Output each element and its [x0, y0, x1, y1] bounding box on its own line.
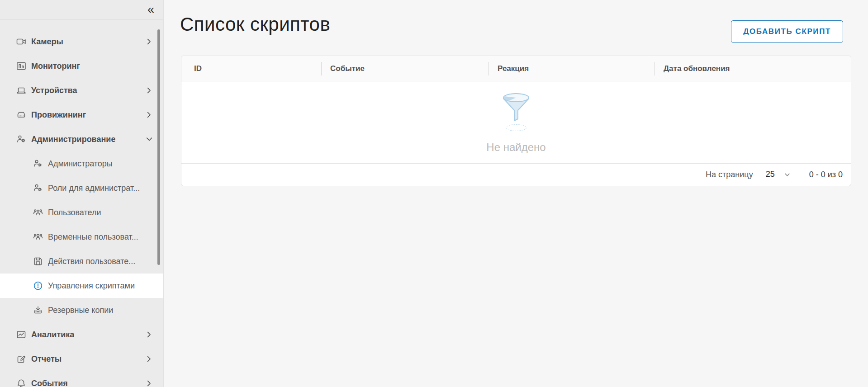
- sidebar-item-label: Управления скриптами: [48, 281, 135, 291]
- sidebar-item-users[interactable]: Пользователи: [0, 200, 163, 225]
- users-group-icon: [33, 208, 43, 217]
- analytics-icon: [16, 330, 26, 340]
- admin-gear-icon: [33, 159, 43, 169]
- users-group-icon: [33, 232, 43, 242]
- sidebar-item-admin-roles[interactable]: Роли для администрат...: [0, 176, 163, 200]
- chevron-right-icon: [145, 86, 153, 94]
- chevron-right-icon: [145, 330, 153, 339]
- sidebar-item-label: Администрирование: [31, 135, 115, 144]
- add-script-button[interactable]: ДОБАВИТЬ СКРИПТ: [731, 20, 843, 43]
- column-header-3: Дата обновления: [655, 56, 851, 81]
- chevron-down-icon: [783, 171, 791, 179]
- sidebar-item-reports[interactable]: Отчеты: [0, 347, 163, 371]
- sidebar-item-events[interactable]: События: [0, 371, 163, 387]
- page-title: Список скриптов: [180, 14, 330, 35]
- sidebar-item-label: Устройства: [31, 86, 77, 95]
- column-header-0: ID: [181, 56, 321, 81]
- alert-circle-icon: [33, 281, 43, 291]
- bell-icon: [16, 378, 26, 387]
- sidebar-item-label: Администраторы: [48, 159, 113, 169]
- main-content: Список скриптов ДОБАВИТЬ СКРИПТ IDСобыти…: [164, 0, 868, 387]
- devices-icon: [16, 85, 26, 95]
- reports-icon: [16, 354, 26, 364]
- sidebar-item-user-actions[interactable]: Действия пользовате...: [0, 249, 163, 274]
- sidebar-item-label: Камеры: [31, 37, 63, 47]
- sidebar-menu: КамерыМониторингУстройстваПровижинингАдм…: [0, 19, 163, 387]
- empty-state-text: Не найдено: [486, 141, 545, 154]
- sidebar-item-administration[interactable]: Администрирование: [0, 127, 163, 151]
- sidebar-item-label: События: [31, 379, 68, 387]
- collapse-sidebar-icon[interactable]: «: [147, 2, 154, 17]
- admin-gear-icon: [33, 183, 43, 193]
- monitoring-icon: [16, 61, 26, 71]
- chevron-right-icon: [145, 355, 153, 363]
- admin-gear-icon: [16, 134, 26, 144]
- sidebar-item-devices[interactable]: Устройства: [0, 78, 163, 103]
- chevron-down-icon: [145, 135, 153, 143]
- chevron-right-icon: [145, 379, 153, 387]
- funnel-icon: [502, 92, 530, 122]
- sidebar-item-analytics[interactable]: Аналитика: [0, 322, 163, 347]
- table-pagination-bar: На страницу 25 0 - 0 из 0: [181, 163, 851, 186]
- table-empty-state: Не найдено: [181, 81, 851, 163]
- sidebar-item-label: Действия пользовате...: [48, 257, 135, 266]
- sidebar-item-cameras[interactable]: Камеры: [0, 29, 163, 54]
- sidebar-item-script-management[interactable]: Управления скриптами: [0, 274, 163, 298]
- chevron-right-icon: [145, 38, 153, 46]
- sidebar-item-monitoring[interactable]: Мониторинг: [0, 54, 163, 78]
- sidebar-item-temp-users[interactable]: Временные пользоват...: [0, 225, 163, 249]
- column-header-1: Событие: [321, 56, 489, 81]
- sidebar-scrollbar-thumb[interactable]: [157, 29, 160, 265]
- scripts-table-card: IDСобытиеРеакцияДата обновления Не найде…: [181, 56, 851, 186]
- sidebar: « КамерыМониторингУстройстваПровижинингА…: [0, 0, 164, 387]
- sidebar-item-label: Временные пользоват...: [48, 232, 138, 242]
- sidebar-item-label: Роли для администрат...: [48, 184, 140, 193]
- save-icon: [33, 256, 43, 266]
- pagination-range-label: 0 - 0 из 0: [809, 170, 843, 179]
- sidebar-item-administrators[interactable]: Администраторы: [0, 151, 163, 176]
- sidebar-item-label: Аналитика: [31, 330, 74, 340]
- sidebar-item-label: Резервные копии: [48, 306, 113, 315]
- sidebar-item-label: Пользователи: [48, 208, 101, 217]
- per-page-label: На страницу: [706, 170, 753, 179]
- sidebar-item-backups[interactable]: Резервные копии: [0, 298, 163, 322]
- chevron-right-icon: [145, 111, 153, 119]
- sidebar-topbar: «: [0, 0, 163, 19]
- sidebar-item-label: Мониторинг: [31, 61, 80, 71]
- per-page-value: 25: [766, 170, 775, 179]
- per-page-select[interactable]: 25: [760, 168, 792, 182]
- provisioning-icon: [16, 110, 26, 120]
- camera-icon: [16, 37, 26, 47]
- sidebar-item-provisioning[interactable]: Провижининг: [0, 103, 163, 127]
- column-header-2: Реакция: [489, 56, 655, 81]
- sidebar-item-label: Отчеты: [31, 354, 62, 364]
- funnel-shadow-ellipse: [506, 124, 526, 131]
- table-header-row: IDСобытиеРеакцияДата обновления: [181, 56, 851, 81]
- sidebar-item-label: Провижининг: [31, 110, 86, 120]
- backup-download-icon: [33, 305, 43, 315]
